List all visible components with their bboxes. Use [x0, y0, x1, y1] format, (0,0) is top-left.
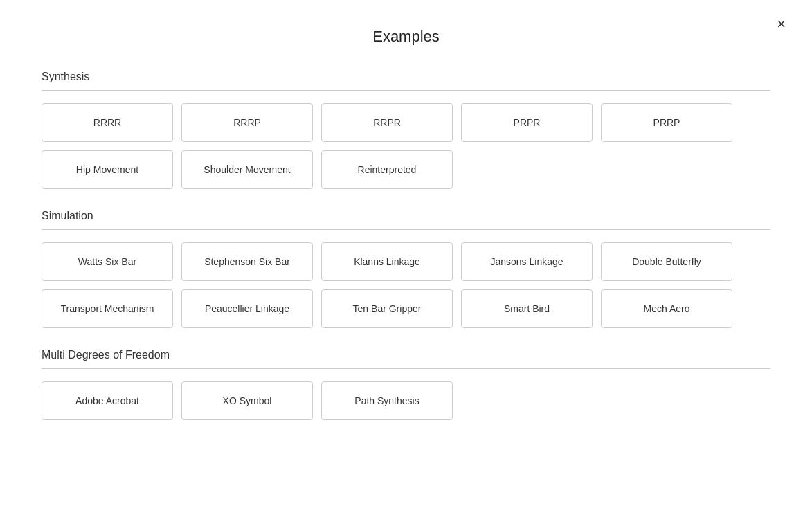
example-button-prpr[interactable]: PRPR [461, 103, 593, 142]
example-button-hip-movement[interactable]: Hip Movement [42, 150, 173, 189]
button-grid-simulation: Watts Six BarStephenson Six BarKlanns Li… [42, 242, 770, 328]
section-divider-multi-dof [42, 368, 770, 369]
example-button-transport-mechanism[interactable]: Transport Mechanism [42, 289, 173, 328]
example-button-reinterpreted[interactable]: Reinterpreted [321, 150, 453, 189]
modal-container: × Examples SynthesisRRRRRRRPRRPRPRPRPRRP… [0, 0, 812, 515]
example-button-path-synthesis[interactable]: Path Synthesis [321, 381, 453, 420]
example-button-double-butterfly[interactable]: Double Butterfly [601, 242, 732, 281]
button-grid-synthesis: RRRRRRRPRRPRPRPRPRRPHip MovementShoulder… [42, 103, 770, 189]
example-button-xo-symbol[interactable]: XO Symbol [181, 381, 313, 420]
example-button-klanns-linkage[interactable]: Klanns Linkage [321, 242, 453, 281]
button-grid-multi-dof: Adobe AcrobatXO SymbolPath Synthesis [42, 381, 770, 420]
section-divider-synthesis [42, 90, 770, 91]
section-divider-simulation [42, 229, 770, 230]
example-button-shoulder-movement[interactable]: Shoulder Movement [181, 150, 313, 189]
example-button-adobe-acrobat[interactable]: Adobe Acrobat [42, 381, 173, 420]
example-button-prrp[interactable]: PRRP [601, 103, 732, 142]
example-button-smart-bird[interactable]: Smart Bird [461, 289, 593, 328]
example-button-stephenson-six-bar[interactable]: Stephenson Six Bar [181, 242, 313, 281]
section-title-multi-dof: Multi Degrees of Freedom [42, 349, 770, 361]
page-title: Examples [42, 28, 770, 46]
example-button-watts-six-bar[interactable]: Watts Six Bar [42, 242, 173, 281]
sections-container: SynthesisRRRRRRRPRRPRPRPRPRRPHip Movemen… [42, 71, 770, 420]
example-button-peaucellier-linkage[interactable]: Peaucellier Linkage [181, 289, 313, 328]
section-simulation: SimulationWatts Six BarStephenson Six Ba… [42, 210, 770, 328]
example-button-ten-bar-gripper[interactable]: Ten Bar Gripper [321, 289, 453, 328]
close-button[interactable]: × [771, 14, 791, 35]
example-button-rrrp[interactable]: RRRP [181, 103, 313, 142]
section-title-simulation: Simulation [42, 210, 770, 222]
example-button-rrpr[interactable]: RRPR [321, 103, 453, 142]
example-button-mech-aero[interactable]: Mech Aero [601, 289, 732, 328]
example-button-rrrr[interactable]: RRRR [42, 103, 173, 142]
example-button-jansons-linkage[interactable]: Jansons Linkage [461, 242, 593, 281]
section-title-synthesis: Synthesis [42, 71, 770, 83]
section-synthesis: SynthesisRRRRRRRPRRPRPRPRPRRPHip Movemen… [42, 71, 770, 189]
section-multi-dof: Multi Degrees of FreedomAdobe AcrobatXO … [42, 349, 770, 420]
